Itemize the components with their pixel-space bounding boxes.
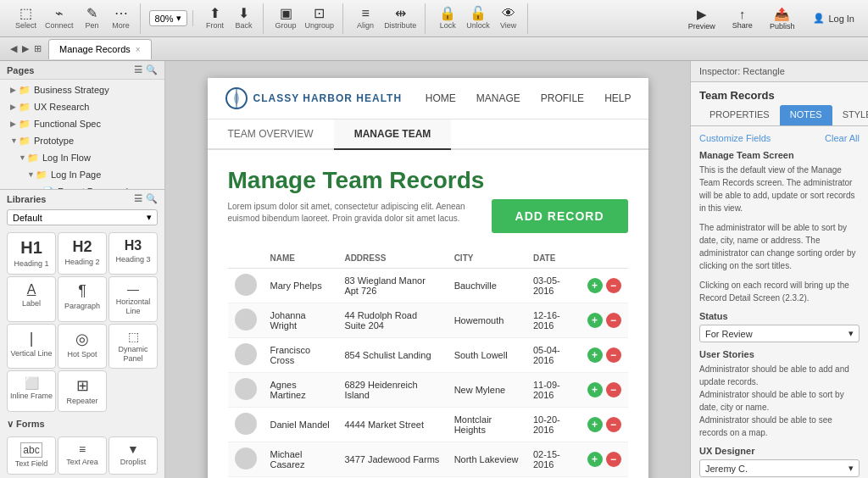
remove-record-row-button[interactable]: − [606, 347, 621, 363]
sidebar-search-icon[interactable]: 🔍 [146, 64, 158, 75]
panel-tabs: PROPERTIES NOTES STYLE [691, 105, 868, 126]
lib-item-paragraph[interactable]: ¶ Paragraph [58, 276, 107, 322]
add-record-row-button[interactable]: + [587, 452, 603, 467]
lib-item-droplist[interactable]: ▼ Droplist [108, 436, 158, 475]
table-row: Agnes Martinez 6829 Heidenreich Island N… [228, 373, 628, 408]
lib-item-text-field[interactable]: abc Text Field [7, 436, 56, 475]
pen-button[interactable]: ✎ Pen [79, 3, 106, 34]
share-button[interactable]: ↑ Share [727, 5, 758, 31]
center-content: CLASSY HARBOR HEALTH HOME MANAGE PROFILE… [165, 61, 690, 478]
add-record-row-button[interactable]: + [587, 382, 603, 397]
libraries-list-icon[interactable]: ☰ [134, 193, 142, 204]
remove-record-row-button[interactable]: − [606, 452, 621, 467]
lib-item-inline-frame[interactable]: ⬜ Inline Frame [7, 370, 56, 412]
folder-icon: 📁 [19, 85, 31, 96]
tab-manage-team[interactable]: MANAGE TEAM [334, 119, 452, 150]
remove-record-row-button[interactable]: − [606, 417, 621, 432]
connect-button[interactable]: ⌁ Connect [42, 3, 77, 34]
tab-team-overview[interactable]: TEAM OVERVIEW [208, 119, 334, 150]
unlock-button[interactable]: 🔓 Unlock [463, 3, 493, 34]
login-button[interactable]: 👤 Log In [806, 9, 861, 27]
nav-manage[interactable]: MANAGE [476, 92, 520, 104]
nav-help[interactable]: HELP [604, 92, 631, 104]
view-button[interactable]: 👁 View [495, 3, 522, 34]
record-date: 11-09-2016 [526, 373, 581, 408]
record-date: 12-16-2016 [526, 303, 581, 338]
lock-icon: 🔒 [439, 7, 456, 20]
customize-fields-link[interactable]: Customize Fields [699, 133, 771, 143]
distribute-button[interactable]: ⇹ Distribute [381, 3, 420, 34]
share-icon: ↑ [739, 7, 746, 21]
sidebar-list-icon[interactable]: ☰ [134, 64, 142, 75]
lib-item-repeater[interactable]: ⊞ Repeater [58, 370, 107, 412]
status-dropdown[interactable]: For Review ▾ [699, 325, 860, 342]
distribute-icon: ⇹ [395, 7, 406, 20]
lib-item-hotspot[interactable]: ◎ Hot Spot [58, 324, 107, 370]
sidebar-item-business-strategy[interactable]: ▶ 📁 Business Strategy [0, 81, 164, 98]
sidebar-item-functional-spec[interactable]: ▶ 📁 Functional Spec [0, 115, 164, 132]
group-button[interactable]: ▣ Group [272, 3, 300, 34]
content-area: Manage Team Records Lorem ipsum dolor si… [208, 150, 648, 478]
col-address[interactable]: ADDRESS [337, 248, 447, 269]
forms-grid: abc Text Field ≡ Text Area ▼ Droplist [0, 433, 164, 478]
folder-icon: 📁 [19, 119, 31, 130]
col-date[interactable]: DATE [526, 248, 581, 269]
lock-button[interactable]: 🔒 Lock [434, 3, 461, 34]
lib-item-label[interactable]: A Label [7, 276, 56, 322]
expand-icon: ▼ [19, 153, 27, 162]
more-button[interactable]: ⋯ More [108, 3, 135, 34]
tab-notes[interactable]: NOTES [780, 105, 832, 125]
ungroup-icon: ⊡ [314, 7, 325, 20]
align-button[interactable]: ≡ Align [352, 3, 379, 34]
tab-style[interactable]: STYLE [832, 105, 868, 125]
sidebar-item-login-flow[interactable]: ▼ 📁 Log In Flow [0, 149, 164, 166]
back-button[interactable]: ⬇ Back [231, 3, 258, 34]
ungroup-button[interactable]: ⊡ Ungroup [302, 3, 338, 34]
sidebar-item-prototype[interactable]: ▼ 📁 Prototype [0, 132, 164, 149]
add-record-row-button[interactable]: + [587, 313, 603, 328]
zoom-control[interactable]: 80% ▾ [149, 10, 187, 26]
records-table: NAME ADDRESS CITY DATE Mary Phelps 83 Wi… [228, 248, 628, 477]
remove-record-row-button[interactable]: − [606, 313, 621, 328]
add-record-row-button[interactable]: + [587, 417, 603, 432]
nav-profile[interactable]: PROFILE [541, 92, 584, 104]
lib-item-dynamic-panel[interactable]: ⬚ Dynamic Panel [108, 324, 158, 370]
lib-item-heading2[interactable]: H2 Heading 2 [58, 232, 107, 275]
close-tab-icon[interactable]: × [136, 45, 141, 54]
col-name[interactable]: NAME [264, 248, 338, 269]
libraries-search-icon[interactable]: 🔍 [146, 193, 158, 204]
designer-dropdown[interactable]: Jeremy C. ▾ [699, 459, 860, 477]
remove-record-row-button[interactable]: − [606, 278, 621, 293]
tab-properties[interactable]: PROPERTIES [699, 105, 780, 125]
lib-item-text-area[interactable]: ≡ Text Area [58, 436, 107, 475]
sidebar-item-login-page[interactable]: ▼ 📁 Log In Page [0, 166, 164, 183]
select-button[interactable]: ⬚ Select [12, 3, 40, 34]
front-button[interactable]: ⬆ Front [202, 3, 229, 34]
manage-records-tab[interactable]: Manage Records × [48, 39, 152, 59]
clear-all-link[interactable]: Clear All [825, 133, 860, 143]
lib-item-heading3[interactable]: H3 Heading 3 [108, 232, 158, 275]
publish-button[interactable]: 📤 Publish [765, 5, 800, 32]
col-city[interactable]: CITY [448, 248, 526, 269]
folder-icon: 📁 [36, 170, 47, 181]
table-header-row: NAME ADDRESS CITY DATE [228, 248, 628, 269]
add-record-button[interactable]: ADD RECORD [492, 199, 628, 233]
lib-item-horizontal-line[interactable]: — Horizontal Line [108, 276, 158, 322]
record-date: 03-05-2016 [526, 269, 581, 303]
sidebar-item-ux-research[interactable]: ▶ 📁 UX Research [0, 98, 164, 115]
sidebar-item-forgot-password[interactable]: 📄 Forgot Password [0, 183, 164, 189]
lib-item-vertical-line[interactable]: | Vertical Line [7, 324, 56, 370]
app-logo: CLASSY HARBOR HEALTH [225, 86, 403, 110]
remove-record-row-button[interactable]: − [606, 382, 621, 397]
lib-item-heading1[interactable]: H1 Heading 1 [7, 232, 56, 275]
add-record-row-button[interactable]: + [587, 278, 603, 293]
libraries-section: Libraries ☰ 🔍 Default ▾ H1 Heading 1 H2 … [0, 189, 164, 478]
library-grid: H1 Heading 1 H2 Heading 2 H3 Heading 3 A… [0, 229, 164, 415]
order-tools: ⬆ Front ⬇ Back [197, 3, 264, 34]
library-dropdown[interactable]: Default ▾ [7, 209, 158, 225]
record-address: 854 Schulist Landing [337, 338, 447, 373]
record-name: Johanna Wright [264, 303, 338, 338]
add-record-row-button[interactable]: + [587, 347, 603, 363]
preview-button[interactable]: ▶ Preview [683, 5, 721, 32]
nav-home[interactable]: HOME [426, 92, 456, 104]
